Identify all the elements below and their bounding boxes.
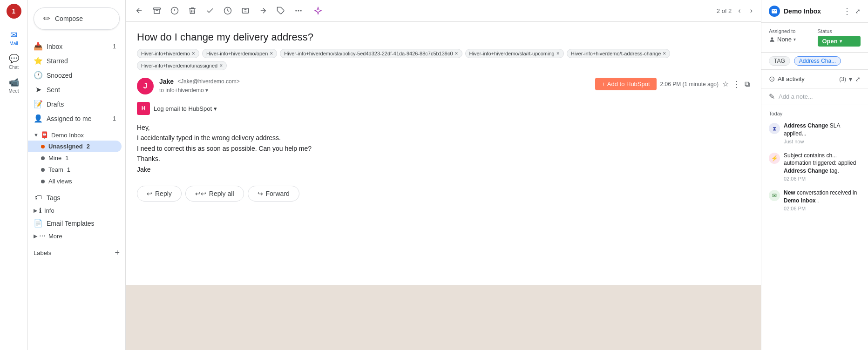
- svg-point-12: [771, 37, 773, 40]
- forward-button[interactable]: ↪ Forward: [248, 186, 299, 202]
- tag-remove-0[interactable]: ×: [192, 50, 195, 57]
- more-group[interactable]: ▶ ⋯ More: [28, 230, 125, 242]
- address-change-chip[interactable]: Address Cha...: [794, 56, 841, 66]
- demo-inbox-panel-icon: [769, 6, 780, 17]
- extra-items-section: 🏷 Tags ▶ ℹ Info 📄 Email Templates ▶ ⋯ Mo…: [28, 189, 125, 243]
- more-options-button[interactable]: [291, 4, 306, 18]
- email-meta: Jake <Jake@hiverdemo.com> to info+hiverd…: [159, 78, 590, 94]
- tag-remove-1[interactable]: ×: [270, 50, 273, 57]
- assigned-value[interactable]: None ▾: [769, 36, 812, 43]
- activity-external-button[interactable]: ⤢: [855, 75, 861, 83]
- email-tag-3[interactable]: Hiver-info+hiverdemo/sla/rt-upcoming ×: [465, 49, 564, 58]
- unassigned-count: 2: [87, 143, 90, 150]
- sidebar-item-unassigned[interactable]: Unassigned 2: [28, 141, 122, 152]
- mark-read-button[interactable]: [202, 4, 218, 18]
- prev-email-button[interactable]: ‹: [735, 5, 743, 17]
- snooze-button[interactable]: [220, 4, 236, 18]
- add-note-input[interactable]: Add a note...: [779, 93, 861, 100]
- label-button[interactable]: [273, 4, 289, 18]
- tag-label-0: Hiver-info+hiverdemo: [141, 51, 190, 56]
- mine-label: Mine: [48, 155, 61, 162]
- email-more-button[interactable]: ⋮: [732, 79, 741, 89]
- add-to-hubspot-button[interactable]: + Add to HubSpot: [595, 78, 656, 90]
- auto-activity-text: Subject contains ch... automation trigge…: [784, 152, 861, 175]
- email-templates-icon: 📄: [34, 219, 43, 228]
- sent-label: Sent: [47, 86, 116, 94]
- email-tag-2[interactable]: Hiver-info+hiverdemo/sla/policy-5ed4d323…: [280, 49, 462, 58]
- nav-item-meet[interactable]: 📹 Meet: [0, 74, 27, 97]
- hiver-ai-button[interactable]: [310, 4, 326, 18]
- task-button[interactable]: [237, 4, 253, 18]
- email-to-text: to info+hiverdemo: [159, 87, 204, 94]
- reply-button[interactable]: ↩ Reply: [137, 186, 182, 202]
- labels-add-button[interactable]: +: [115, 248, 120, 258]
- email-actions-right: + Add to HubSpot 2:06 PM (1 minute ago) …: [595, 78, 750, 90]
- more-expand-icon: ▶: [34, 233, 37, 239]
- body-line-4: Jake: [137, 164, 750, 175]
- email-to-expand[interactable]: ▾: [205, 87, 208, 94]
- sidebar-item-drafts[interactable]: 📝 Drafts: [28, 97, 122, 111]
- log-hubspot-button[interactable]: Log email to HubSpot ▾: [154, 105, 217, 112]
- sidebar-item-tags[interactable]: 🏷 Tags: [28, 191, 122, 205]
- body-line-3: Thanks.: [137, 154, 750, 164]
- panel-expand-button[interactable]: ⤢: [855, 7, 861, 15]
- email-tag-1[interactable]: Hiver-info+hiverdemo/open ×: [202, 49, 277, 58]
- inbox-activity-body: New conversation received in Demo Inbox …: [784, 189, 861, 211]
- activity-item-auto: ⚡ Subject contains ch... automation trig…: [761, 148, 868, 185]
- labels-section: Labels +: [28, 243, 125, 262]
- user-avatar[interactable]: 1: [7, 4, 21, 19]
- auto-activity-time: 02:06 PM: [784, 176, 861, 182]
- sidebar-item-team[interactable]: Team 1: [28, 164, 122, 175]
- email-tag-4[interactable]: Hiver-info+hiverdemo/t-address-change ×: [567, 49, 671, 58]
- sidebar-item-all-views[interactable]: All views: [28, 175, 122, 187]
- compose-button[interactable]: ✏ Compose: [34, 7, 120, 30]
- star-button[interactable]: ☆: [722, 80, 729, 88]
- demo-inbox-group[interactable]: ▼ 📮 Demo Inbox: [28, 129, 125, 141]
- status-badge[interactable]: Open ▾: [818, 36, 861, 47]
- nav-item-chat[interactable]: 💬 Chat: [0, 50, 27, 74]
- sidebar-item-email-templates[interactable]: 📄 Email Templates: [28, 216, 122, 230]
- info-group[interactable]: ▶ ℹ Info: [28, 205, 125, 216]
- sidebar-item-mine[interactable]: Mine 1: [28, 152, 122, 164]
- compose-icon: ✏: [43, 13, 50, 24]
- all-views-dot: [41, 180, 45, 183]
- panel-more-button[interactable]: ⋮: [843, 6, 851, 16]
- tag-chip[interactable]: TAG: [769, 56, 790, 66]
- tag-remove-2[interactable]: ×: [455, 50, 458, 57]
- more-label: More: [48, 233, 62, 240]
- reply-all-button[interactable]: ↩↩ Reply all: [185, 186, 244, 202]
- reply-all-label: Reply all: [209, 190, 234, 197]
- move-button[interactable]: [255, 4, 271, 18]
- email-to-row: to info+hiverdemo ▾: [159, 87, 590, 94]
- forward-label: Forward: [266, 190, 290, 197]
- sla-activity-body: Address Change SLA applied... Just now: [784, 122, 861, 144]
- activity-expand-button[interactable]: ▾: [849, 75, 852, 83]
- sidebar-item-starred[interactable]: ⭐ Starred: [28, 54, 122, 68]
- compose-label: Compose: [55, 15, 83, 22]
- sla-activity-text: Address Change SLA applied...: [784, 122, 861, 138]
- email-tag-5[interactable]: Hiver-info+hiverdemo/unassigned ×: [137, 61, 227, 70]
- report-spam-button[interactable]: [167, 4, 183, 18]
- sidebar-item-assigned-to-me[interactable]: 👤 Assigned to me 1: [28, 111, 122, 126]
- log-dropdown-icon: ▾: [214, 105, 217, 112]
- next-email-button[interactable]: ›: [747, 5, 755, 17]
- delete-button[interactable]: [184, 4, 200, 18]
- tag-label-3: Hiver-info+hiverdemo/sla/rt-upcoming: [469, 51, 555, 56]
- sidebar-item-sent[interactable]: ➤ Sent: [28, 82, 122, 97]
- tag-remove-5[interactable]: ×: [219, 62, 223, 69]
- archive-button[interactable]: [149, 4, 165, 18]
- back-button[interactable]: [131, 4, 147, 18]
- email-templates-label: Email Templates: [47, 220, 116, 227]
- inbox-activity-icon: ✉: [769, 190, 780, 201]
- demo-inbox-icon: 📮: [41, 131, 48, 139]
- sidebar-item-inbox[interactable]: 📥 Inbox 1: [28, 39, 122, 54]
- email-tag-0[interactable]: Hiver-info+hiverdemo ×: [137, 49, 199, 58]
- assigned-to-value: None: [777, 36, 792, 43]
- nav-item-mail[interactable]: ✉ Mail: [0, 26, 27, 50]
- tag-remove-4[interactable]: ×: [663, 50, 666, 57]
- tag-row: TAG Address Cha...: [761, 53, 868, 70]
- copy-button[interactable]: ⧉: [745, 80, 750, 88]
- inbox-count: 1: [113, 43, 116, 50]
- sidebar-item-snoozed[interactable]: 🕐 Snoozed: [28, 68, 122, 82]
- tag-remove-3[interactable]: ×: [556, 50, 560, 57]
